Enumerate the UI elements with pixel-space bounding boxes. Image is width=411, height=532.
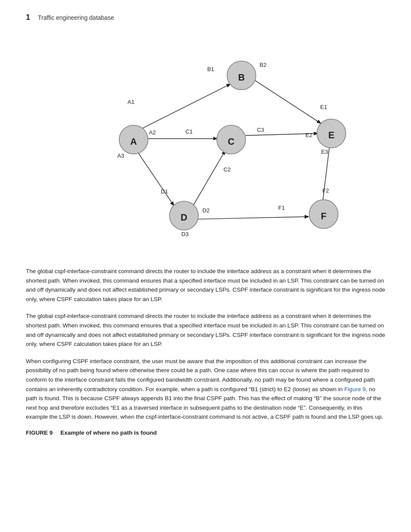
svg-text:A3: A3: [117, 152, 124, 159]
svg-text:A1: A1: [128, 99, 134, 105]
svg-text:D: D: [181, 212, 187, 223]
figure-link[interactable]: Figure 9: [344, 386, 366, 392]
svg-text:E3: E3: [321, 149, 328, 155]
svg-text:E1: E1: [320, 104, 327, 110]
svg-text:C3: C3: [257, 127, 264, 133]
svg-line-3: [253, 79, 321, 123]
figure-caption-text: Example of where no path is found: [60, 429, 157, 436]
svg-text:F2: F2: [322, 187, 329, 194]
svg-text:D2: D2: [202, 207, 210, 214]
svg-text:B: B: [238, 72, 245, 83]
svg-text:C2: C2: [224, 166, 231, 173]
svg-text:D3: D3: [181, 231, 189, 237]
paragraph-3: When configuring CSPF interface constrai…: [26, 357, 385, 422]
svg-text:E2: E2: [305, 132, 312, 138]
svg-text:A: A: [130, 137, 137, 147]
figure-caption: FIGURE 9 Example of where no path is fou…: [26, 429, 385, 436]
svg-line-0: [142, 84, 230, 128]
svg-text:F1: F1: [278, 205, 285, 211]
svg-line-2: [136, 150, 174, 205]
svg-text:B1: B1: [207, 66, 214, 73]
svg-text:B2: B2: [260, 62, 267, 68]
page-title: Traffic engineering database: [38, 14, 114, 21]
paragraph-1: The global cspf-interface-constraint com…: [26, 267, 385, 304]
svg-line-5: [193, 151, 225, 206]
paragraph-2: The global cspf-interface-constraint com…: [26, 311, 385, 348]
svg-text:E: E: [328, 130, 334, 140]
figure-label: FIGURE 9: [26, 429, 53, 436]
svg-text:A2: A2: [149, 129, 156, 136]
svg-text:F: F: [321, 211, 327, 221]
page-number: 1: [26, 13, 30, 22]
network-diagram: A B C D E F A1 A2 A3 B1 B2 C1 C2 C3 D1 D…: [26, 35, 385, 255]
svg-line-6: [195, 217, 308, 219]
svg-text:C1: C1: [185, 128, 193, 135]
svg-text:C: C: [228, 137, 235, 147]
svg-text:D1: D1: [161, 188, 168, 195]
